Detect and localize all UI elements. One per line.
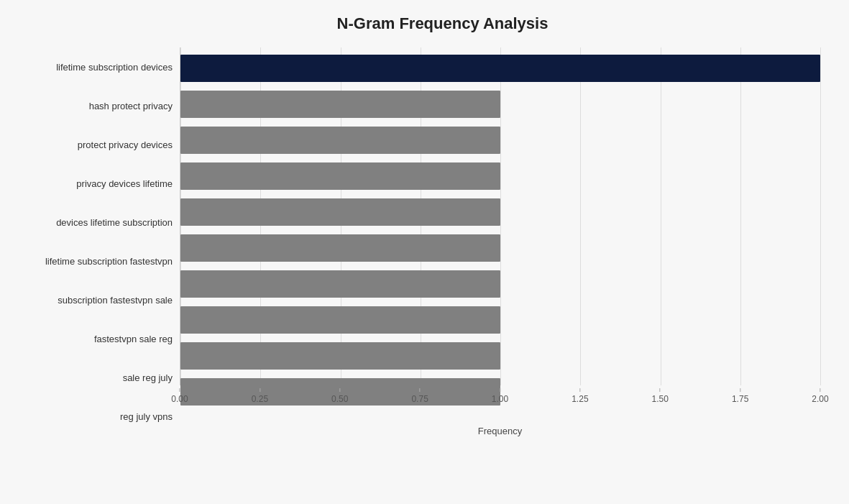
x-tick: 0.75 [411,388,428,404]
x-tick-label: 2.00 [812,394,828,404]
y-label: devices lifetime subscription [7,203,173,242]
bar-row [180,194,820,230]
x-tick: 1.25 [572,388,588,404]
x-tick-label: 1.00 [492,394,508,404]
bars-inner [180,47,820,385]
bar-row [180,266,820,302]
y-label: privacy devices lifetime [7,164,173,203]
y-label: lifetime subscription devices [7,47,173,86]
x-tick: 1.00 [492,388,508,404]
bar [180,55,820,82]
bar-row [180,302,820,338]
y-label: sale reg july [7,359,173,398]
y-labels: lifetime subscription deviceshash protec… [7,47,180,436]
grid-line [820,47,821,385]
y-label: reg july vpns [7,398,173,436]
y-label: subscription fastestvpn sale [7,281,173,320]
bars-wrapper [180,47,820,385]
bar [180,198,500,226]
x-tick-line [660,388,661,392]
x-tick-label: 0.25 [252,394,268,404]
x-tick-line [740,388,740,392]
x-tick-label: 1.75 [732,394,748,404]
x-tick-label: 1.25 [572,394,588,404]
x-axis-label: Frequency [180,426,820,436]
x-tick-line [579,388,580,392]
x-tick-line [500,388,500,392]
x-tick-label: 1.50 [652,394,669,404]
bar [180,306,500,334]
bar [180,162,500,190]
bar [180,342,500,370]
chart-container: N-Gram Frequency Analysis lifetime subsc… [0,0,849,504]
y-label: fastestvpn sale reg [7,320,173,359]
bar [180,234,500,262]
x-tick-label: 0.50 [331,394,348,404]
x-tick-label: 0.75 [411,394,428,404]
bar-row [180,122,820,158]
y-label: lifetime subscription fastestvpn [7,242,173,280]
bar-row [180,338,820,374]
x-tick-line [260,388,260,392]
x-axis: 0.000.250.500.751.001.251.501.752.00 [180,388,820,410]
y-label: protect privacy devices [7,125,173,164]
bar [180,91,500,118]
bar-row [180,158,820,194]
bar [180,270,500,298]
chart-area: lifetime subscription deviceshash protec… [7,47,820,436]
x-tick-line [820,388,820,392]
bar-row [180,86,820,122]
x-tick-line [179,388,180,392]
x-tick-line [339,388,340,392]
x-tick-label: 0.00 [171,394,188,404]
bars-and-xaxis: 0.000.250.500.751.001.251.501.752.00 Fre… [180,47,820,436]
x-tick: 0.00 [171,388,188,404]
x-tick: 0.50 [331,388,348,404]
bar [180,127,500,154]
chart-title: N-Gram Frequency Analysis [65,14,820,33]
y-label: hash protect privacy [7,86,173,125]
bar-row [180,230,820,266]
x-tick: 2.00 [812,388,828,404]
x-tick: 1.50 [652,388,669,404]
x-tick: 0.25 [252,388,268,404]
x-tick: 1.75 [732,388,748,404]
bar-row [180,50,820,86]
x-tick-line [420,388,421,392]
